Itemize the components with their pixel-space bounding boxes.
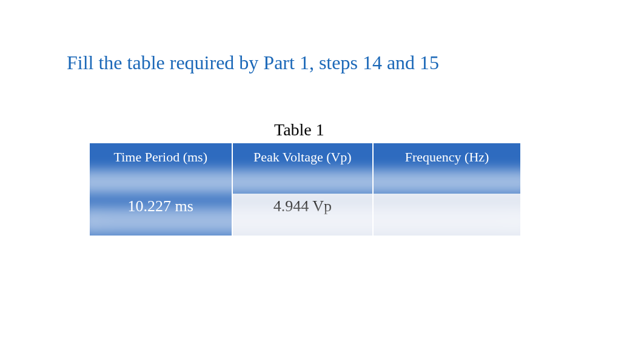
table-caption: Table 1 [274, 120, 324, 140]
page-heading: Fill the table required by Part 1, steps… [67, 52, 439, 74]
col-header-peak-voltage: Peak Voltage (Vp) [233, 143, 374, 194]
data-table: Time Period (ms) Peak Voltage (Vp) Frequ… [90, 143, 520, 236]
cell-frequency [374, 194, 520, 236]
col-header-frequency: Frequency (Hz) [374, 143, 520, 194]
table-row: 10.227 ms 4.944 Vp [90, 194, 520, 236]
table-header-row: Time Period (ms) Peak Voltage (Vp) Frequ… [90, 143, 520, 194]
cell-peak-voltage: 4.944 Vp [233, 194, 374, 236]
col-header-time-period: Time Period (ms) [90, 143, 233, 194]
cell-time-period: 10.227 ms [90, 194, 233, 236]
